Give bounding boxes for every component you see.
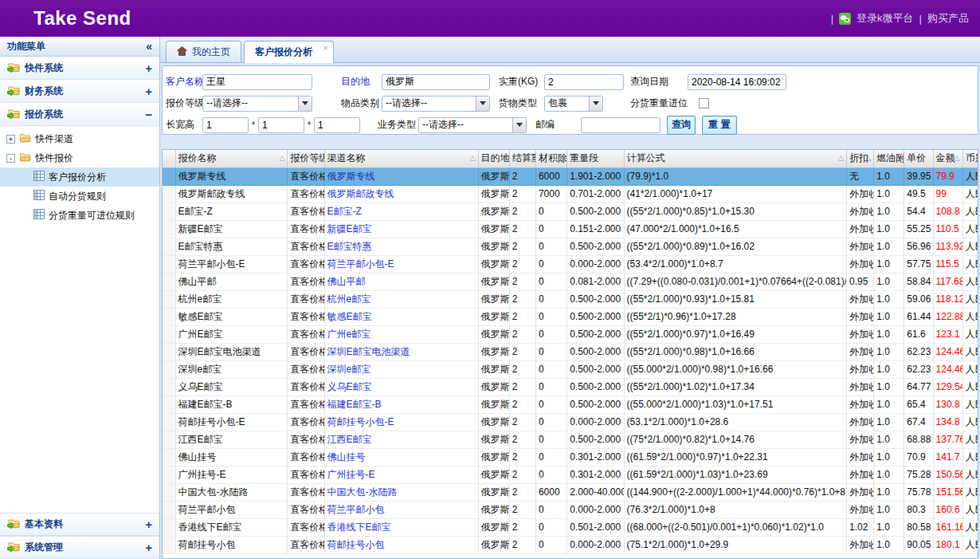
channel-link[interactable]: 杭州e邮宝 <box>327 293 371 305</box>
sidebar-group-quote-system[interactable]: 报价系统 − <box>0 103 159 126</box>
sort-icon[interactable]: △ <box>838 154 844 162</box>
tab-customer-quote-analysis[interactable]: 客户报价分析 × <box>244 41 334 63</box>
channel-link[interactable]: 新疆E邮宝 <box>324 220 478 238</box>
column-header-1[interactable]: △报价名称 <box>175 150 288 167</box>
column-header-7[interactable]: 重量段 <box>567 150 624 167</box>
quote-row[interactable]: 荷邮挂号小包-E直客价格荷邮挂号小包-E俄罗斯200.000-2.000(53.… <box>163 413 978 431</box>
channel-link[interactable]: E邮宝特惠 <box>327 241 372 252</box>
channel-link[interactable]: E邮宝特惠 <box>324 238 478 255</box>
expand-icon[interactable]: + <box>145 85 152 98</box>
channel-link[interactable]: 中国大包-水陆路 <box>324 483 478 501</box>
channel-link[interactable]: 俄罗斯专线 <box>324 167 478 185</box>
channel-link[interactable]: 广州挂号-E <box>324 466 478 483</box>
item-category-select[interactable]: --请选择-- <box>382 96 490 112</box>
channel-link[interactable]: 深圳e邮宝 <box>327 364 371 375</box>
business-type-select[interactable]: --请选择-- <box>418 117 527 133</box>
channel-link[interactable]: 香港线下E邮宝 <box>327 522 391 533</box>
quote-row[interactable]: 中国大包-水陆路直客价格中国大包-水陆路俄罗斯260002.000-40.000… <box>163 483 978 501</box>
channel-link[interactable]: 义乌E邮宝 <box>324 378 478 396</box>
query-date-input[interactable] <box>688 74 786 90</box>
tree-item-express-quote[interactable]: - 快件报价 <box>0 148 159 167</box>
channel-link[interactable]: 荷兰平邮小包-E <box>327 258 394 270</box>
channel-link[interactable]: 荷兰平邮小包-E <box>324 255 478 273</box>
channel-link[interactable]: E邮宝-Z <box>327 206 362 217</box>
expander-icon[interactable]: + <box>6 135 15 144</box>
quote-row[interactable]: 香港线下E邮宝直客价格香港线下E邮宝俄罗斯200.501-2.000((68.0… <box>163 518 978 536</box>
channel-link[interactable]: 广州e邮宝 <box>327 329 371 340</box>
login-link[interactable]: 登录k微平台 <box>857 11 914 26</box>
channel-link[interactable]: 俄罗斯邮政专线 <box>327 188 394 199</box>
quote-row[interactable]: 义乌E邮宝直客价格义乌E邮宝俄罗斯200.500-2.000((55*2/1.0… <box>163 378 978 396</box>
customer-name-input[interactable] <box>202 74 312 90</box>
dropdown-arrow-icon[interactable] <box>512 118 526 132</box>
collapse-icon[interactable]: − <box>145 108 152 121</box>
column-header-2[interactable]: 报价等级 <box>288 150 324 167</box>
column-header-13[interactable]: △币别 <box>962 150 978 167</box>
quote-row[interactable]: 佛山平邮直客价格佛山平邮俄罗斯200.081-2.000((7.29+((0.0… <box>163 273 978 290</box>
dropdown-arrow-icon[interactable] <box>476 96 489 111</box>
channel-link[interactable]: 深圳E邮宝电池渠道 <box>327 346 410 357</box>
channel-link[interactable]: 佛山平邮 <box>324 273 478 290</box>
quote-row[interactable]: 深圳e邮宝直客价格深圳e邮宝俄罗斯200.500-2.000((55.000*2… <box>163 360 978 378</box>
channel-link[interactable]: 福建E邮宝-B <box>324 396 478 413</box>
channel-link[interactable]: 佛山平邮 <box>327 276 366 287</box>
quote-row[interactable]: E邮宝特惠直客价格E邮宝特惠俄罗斯200.500-2.000((55*2/1.0… <box>163 238 978 255</box>
channel-link[interactable]: 福建E邮宝-B <box>327 399 382 410</box>
quote-level-select[interactable]: --请选择-- <box>202 96 312 112</box>
quote-row[interactable]: 杭州e邮宝直客价格杭州e邮宝俄罗斯200.500-2.000((55*2/1.0… <box>163 290 978 308</box>
dropdown-arrow-icon[interactable] <box>298 96 312 111</box>
column-header-6[interactable]: 材积除 <box>535 150 566 167</box>
quote-row[interactable]: 深圳E邮宝电池渠道直客价格深圳E邮宝电池渠道俄罗斯200.500-2.000((… <box>163 343 978 360</box>
channel-link[interactable]: 荷邮挂号小包 <box>324 536 478 553</box>
channel-link[interactable]: 荷兰平邮小包 <box>327 504 385 515</box>
column-header-3[interactable]: △渠道名称 <box>324 150 478 167</box>
quote-row[interactable]: 福建E邮宝-B直客价格福建E邮宝-B俄罗斯200.500-2.000((55.0… <box>163 396 978 413</box>
sidebar-group-basic-data[interactable]: 基本资料 + <box>0 513 159 536</box>
channel-link[interactable]: 杭州e邮宝 <box>324 290 478 308</box>
channel-link[interactable]: 荷兰平邮小包 <box>324 501 478 518</box>
destination-input[interactable] <box>382 74 490 90</box>
collapse-sidebar-icon[interactable]: « <box>146 40 152 53</box>
channel-link[interactable]: 中国大包-水陆路 <box>327 486 398 498</box>
sidebar-group-express-system[interactable]: 快件系统 + <box>0 57 159 80</box>
height-input[interactable] <box>314 117 360 133</box>
channel-link[interactable]: 深圳E邮宝电池渠道 <box>324 343 478 360</box>
channel-link[interactable]: 深圳e邮宝 <box>324 360 478 378</box>
channel-link[interactable]: 广州e邮宝 <box>324 325 478 343</box>
tree-item-split-weight-carry-rule[interactable]: 分货重量可进位规则 <box>0 206 159 225</box>
quote-row[interactable]: 荷兰平邮小包直客价格荷兰平邮小包俄罗斯200.000-2.000(76.3*2/… <box>163 501 978 518</box>
channel-link[interactable]: 荷邮挂号小包 <box>327 539 385 550</box>
channel-link[interactable]: 俄罗斯邮政专线 <box>324 185 478 203</box>
quote-row[interactable]: 广州挂号-E直客价格广州挂号-E俄罗斯200.301-2.000((61.59*… <box>163 466 978 483</box>
column-header-12[interactable]: △金额 <box>933 150 962 167</box>
close-tab-icon[interactable]: × <box>323 43 328 53</box>
length-input[interactable] <box>202 117 249 133</box>
quote-row[interactable]: 俄罗斯专线直客价格俄罗斯专线俄罗斯260001.901-2.000(79.9)*… <box>163 167 978 185</box>
channel-link[interactable]: 广州挂号-E <box>327 469 375 480</box>
expander-icon[interactable]: - <box>6 154 15 163</box>
channel-link[interactable]: 敏感E邮宝 <box>327 311 372 322</box>
quote-row[interactable]: 荷兰平邮小包-E直客价格荷兰平邮小包-E俄罗斯200.000-2.000(53.… <box>163 255 978 273</box>
quote-row[interactable]: 佛山挂号直客价格佛山挂号俄罗斯200.301-2.000((61.59*2/1.… <box>163 448 978 466</box>
channel-link[interactable]: 江西E邮宝 <box>327 434 372 445</box>
column-header-9[interactable]: △折扣 <box>846 150 873 167</box>
channel-link[interactable]: 义乌E邮宝 <box>327 381 372 392</box>
expand-icon[interactable]: + <box>145 61 152 75</box>
quote-row[interactable]: 俄罗斯邮政专线直客价格俄罗斯邮政专线俄罗斯270000.701-2.000(41… <box>163 185 978 203</box>
quote-row[interactable]: 江西E邮宝直客价格江西E邮宝俄罗斯200.500-2.000((75*2/1.0… <box>163 431 978 448</box>
channel-link[interactable]: 荷邮挂号小包-E <box>327 416 394 427</box>
column-header-11[interactable]: 单价 <box>904 150 933 167</box>
search-button[interactable]: 查询 <box>667 116 696 135</box>
channel-link[interactable]: 江西E邮宝 <box>324 431 478 448</box>
quote-row[interactable]: 敏感E邮宝直客价格敏感E邮宝俄罗斯200.500-2.000((55*2/1)*… <box>163 308 978 325</box>
channel-link[interactable]: 新疆E邮宝 <box>327 223 372 234</box>
tab-home[interactable]: 我的主页 <box>166 41 241 62</box>
sort-icon[interactable]: △ <box>470 154 476 162</box>
channel-link[interactable]: 佛山挂号 <box>327 451 366 463</box>
tree-item-customer-quote-analysis[interactable]: 客户报价分析 <box>0 167 159 187</box>
split-weight-carry-checkbox[interactable] <box>699 98 709 108</box>
buy-products-link[interactable]: 购买产品 <box>927 11 969 26</box>
expand-icon[interactable]: + <box>145 518 152 531</box>
column-header-0[interactable] <box>163 150 175 167</box>
expand-icon[interactable]: + <box>145 541 152 554</box>
